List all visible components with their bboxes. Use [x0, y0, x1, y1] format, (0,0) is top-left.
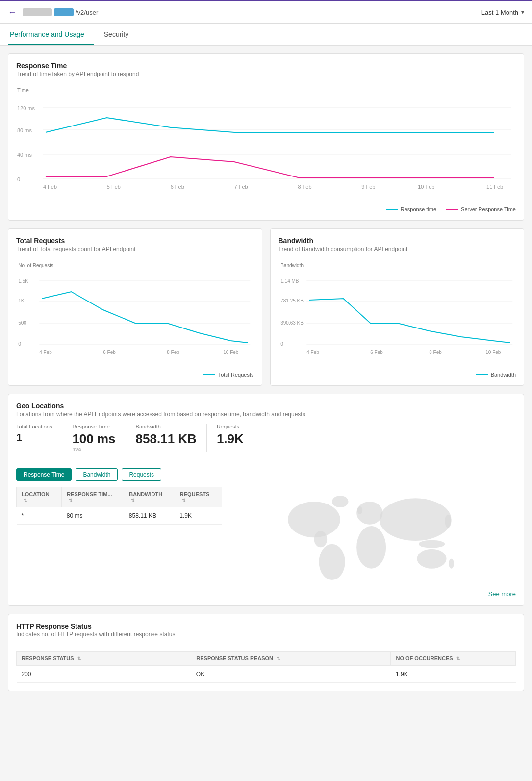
legend-total-requests-label: Total Requests: [218, 372, 254, 378]
svg-text:80 ms: 80 ms: [17, 127, 32, 133]
response-time-title: Response Time: [16, 62, 516, 70]
bandwidth-title: Bandwidth: [279, 237, 516, 245]
bandwidth-legend: Bandwidth: [279, 372, 516, 378]
svg-point-49: [417, 549, 447, 569]
bandwidth-chart: Bandwidth 1.14 MB 781.25 KB 390.63 KB 0 …: [279, 258, 516, 378]
http-status-card: HTTP Response Status Indicates no. of HT…: [8, 614, 524, 691]
tab-security[interactable]: Security: [102, 24, 139, 45]
geo-btn-bandwidth[interactable]: Bandwidth: [76, 468, 118, 481]
col-location-label: LOCATION: [22, 491, 50, 497]
legend-bandwidth-label: Bandwidth: [491, 372, 516, 378]
total-requests-title: Total Requests: [16, 237, 254, 245]
svg-text:1.14 MB: 1.14 MB: [280, 278, 299, 284]
geo-stat-locations-value: 1: [16, 431, 52, 444]
cell-occurences: 1.9K: [391, 666, 516, 683]
svg-text:9 Feb: 9 Feb: [361, 184, 375, 190]
tab-performance[interactable]: Performance and Usage: [8, 24, 94, 45]
col-location[interactable]: LOCATION ⇅: [17, 487, 62, 507]
svg-point-51: [357, 506, 363, 514]
world-map-svg: [230, 487, 516, 585]
date-range-selector[interactable]: Last 1 Month ▾: [481, 9, 524, 16]
svg-text:8 Feb: 8 Feb: [429, 350, 442, 355]
sort-status-reason-icon: ⇅: [277, 656, 280, 661]
geo-stat-requests-value: 1.9K: [217, 431, 244, 447]
svg-text:10 Feb: 10 Feb: [223, 350, 239, 355]
svg-point-50: [332, 496, 348, 507]
col-requests-label: REQUESTS: [180, 491, 210, 497]
see-more-link[interactable]: See more: [16, 590, 516, 598]
svg-text:0: 0: [17, 176, 20, 182]
bandwidth-svg: Bandwidth 1.14 MB 781.25 KB 390.63 KB 0 …: [279, 258, 516, 366]
geo-table-header-row: LOCATION ⇅ RESPONSE TIM... ⇅ BANDWIDTH ⇅: [17, 487, 222, 507]
legend-total-requests: Total Requests: [203, 372, 254, 378]
svg-text:40 ms: 40 ms: [17, 152, 32, 158]
geo-stat-requests-label: Requests: [217, 424, 244, 429]
geo-table: LOCATION ⇅ RESPONSE TIM... ⇅ BANDWIDTH ⇅: [16, 487, 222, 525]
cell-requests: 1.9K: [175, 507, 222, 525]
geo-stat-bandwidth-value: 858.11 KB: [136, 431, 197, 447]
table-row: * 80 ms 858.11 KB 1.9K: [17, 507, 222, 525]
svg-point-48: [380, 498, 452, 541]
legend-response-time-line: [386, 209, 398, 210]
svg-text:Time: Time: [17, 87, 29, 93]
col-status-reason[interactable]: RESPONSE STATUS REASON ⇅: [191, 652, 391, 666]
col-requests[interactable]: REQUESTS ⇅: [175, 487, 222, 507]
svg-text:6 Feb: 6 Feb: [171, 184, 184, 190]
http-status-subtitle: Indicates no. of HTTP requests with diff…: [16, 631, 516, 638]
col-occurences[interactable]: NO OF OCCURENCES ⇅: [391, 652, 516, 666]
cell-status-code: 200: [17, 666, 191, 683]
svg-text:4 Feb: 4 Feb: [43, 184, 57, 190]
svg-point-45: [319, 544, 345, 580]
breadcrumb-redacted-2: [54, 8, 74, 16]
svg-text:1.5K: 1.5K: [18, 278, 28, 284]
legend-response-time-label: Response time: [401, 206, 436, 212]
svg-text:0: 0: [18, 341, 21, 347]
sort-occurences-icon: ⇅: [456, 656, 460, 661]
svg-text:500: 500: [18, 320, 26, 326]
tab-performance-label: Performance and Usage: [10, 30, 84, 38]
dropdown-arrow-icon: ▾: [521, 9, 524, 16]
back-button[interactable]: ←: [8, 7, 17, 18]
legend-server-response-time-line: [446, 209, 458, 210]
svg-text:781.25 KB: 781.25 KB: [280, 298, 304, 303]
legend-bandwidth-line: [476, 374, 488, 375]
svg-text:0: 0: [280, 341, 283, 347]
bandwidth-subtitle: Trend of Bandwidth consumption for API e…: [279, 246, 516, 252]
geo-stat-locations-label: Total Locations: [16, 424, 52, 429]
table-row: 200 OK 1.9K: [17, 666, 516, 683]
geo-stat-response-time: Response Time 100 ms max: [72, 424, 126, 452]
geo-subtitle: Locations from where the API Endpoints w…: [16, 411, 516, 418]
legend-bandwidth: Bandwidth: [476, 372, 516, 378]
geo-btn-requests[interactable]: Requests: [122, 468, 161, 481]
response-time-legend: Response time Server Response Time: [16, 206, 516, 212]
breadcrumb-redacted-1: [23, 8, 52, 16]
col-bandwidth-label: BANDWIDTH: [129, 491, 162, 497]
geo-btn-response-time[interactable]: Response Time: [16, 468, 72, 481]
svg-text:8 Feb: 8 Feb: [298, 184, 311, 190]
tab-security-label: Security: [104, 30, 129, 38]
svg-text:8 Feb: 8 Feb: [167, 350, 179, 355]
cell-bandwidth: 858.11 KB: [124, 507, 175, 525]
sort-requests-icon: ⇅: [182, 498, 186, 503]
svg-text:Bandwidth: Bandwidth: [280, 263, 304, 268]
sort-bandwidth-icon: ⇅: [131, 498, 135, 503]
svg-point-52: [445, 515, 451, 528]
total-requests-svg: No. of Requests 1.5K 1K 500 0 4 Feb 6 Fe…: [16, 258, 254, 366]
svg-text:6 Feb: 6 Feb: [103, 350, 116, 355]
legend-total-requests-line: [203, 374, 215, 375]
svg-text:6 Feb: 6 Feb: [370, 350, 383, 355]
sort-location-icon: ⇅: [24, 498, 27, 503]
breadcrumb: /v2/user: [23, 8, 98, 16]
col-response-time[interactable]: RESPONSE TIM... ⇅: [62, 487, 124, 507]
total-requests-card: Total Requests Trend of Total requests c…: [8, 228, 262, 386]
svg-point-43: [288, 502, 340, 537]
col-response-time-label: RESPONSE TIM...: [67, 491, 112, 497]
bandwidth-card: Bandwidth Trend of Bandwidth consumption…: [270, 228, 525, 386]
col-bandwidth[interactable]: BANDWIDTH ⇅: [124, 487, 175, 507]
cell-location: *: [17, 507, 62, 525]
header-left: ← /v2/user: [8, 7, 98, 18]
http-status-title: HTTP Response Status: [16, 622, 516, 630]
geo-stat-locations: Total Locations 1: [16, 424, 62, 452]
col-response-status[interactable]: RESPONSE STATUS ⇅: [17, 652, 191, 666]
svg-text:No. of Requests: No. of Requests: [18, 263, 53, 268]
